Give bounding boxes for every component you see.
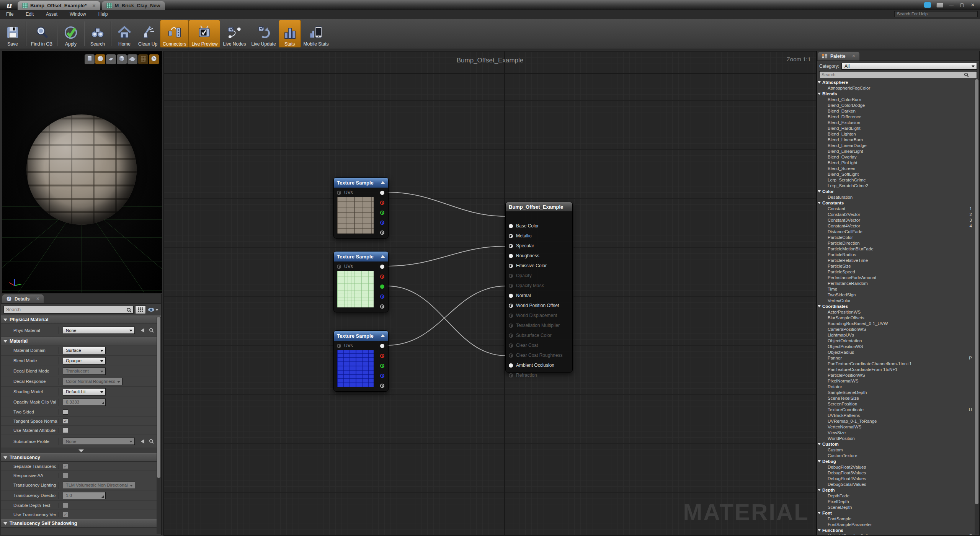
pin-icon[interactable] <box>509 224 513 228</box>
property-matrix-button[interactable] <box>135 306 146 314</box>
palette-category-functions[interactable]: Functions <box>818 527 973 533</box>
pin-icon[interactable] <box>509 254 513 258</box>
node-header[interactable]: Texture Sample <box>334 178 388 188</box>
apply-button[interactable]: Apply <box>60 20 82 47</box>
uvs-input-pin[interactable]: UVs <box>337 262 353 271</box>
output-pin-blue[interactable] <box>380 292 384 301</box>
palette-category-coordinates[interactable]: Coordinates <box>818 303 973 309</box>
minimize-button[interactable]: — <box>949 2 954 8</box>
palette-category-custom[interactable]: Custom <box>818 441 973 447</box>
home-button[interactable]: Home <box>113 20 136 47</box>
output-pin-red[interactable] <box>380 351 384 360</box>
main-material-node[interactable]: Bump_Offset_Example Base ColorMetallicSp… <box>505 202 573 373</box>
palette-item-debugscalarvalues[interactable]: DebugScalarValues <box>818 481 973 487</box>
live-preview-button[interactable]: Live Preview <box>189 20 220 47</box>
palette-item-particlespeed[interactable]: ParticleSpeed <box>818 269 973 275</box>
palette-item-distancecullfade[interactable]: DistanceCullFade <box>818 229 973 234</box>
output-pin-white[interactable] <box>380 342 384 350</box>
pin-icon[interactable] <box>380 294 384 299</box>
pin-icon[interactable] <box>509 304 513 308</box>
pin-icon[interactable] <box>509 264 513 268</box>
palette-item-constant3vector[interactable]: Constant3Vector3 <box>818 217 973 223</box>
output-pin-green[interactable] <box>380 282 384 291</box>
dropdown-phys-material[interactable]: None <box>63 327 135 334</box>
palette-item-blend_pinlight[interactable]: Blend_PinLight <box>818 160 973 165</box>
palette-category-atmosphere[interactable]: Atmosphere <box>818 79 973 85</box>
material-pin-roughness[interactable]: Roughness <box>509 252 539 260</box>
palette-item-blend_lighten[interactable]: Blend_Lighten <box>818 131 973 137</box>
palette-item-blend_hardlight[interactable]: Blend_HardLight <box>818 125 973 131</box>
palette-item-uvremap_0-1_torange[interactable]: UVRemap_0-1_ToRange <box>818 418 973 424</box>
palette-item-uvbrickpatterns[interactable]: UVBrickPatterns <box>818 412 973 418</box>
output-pin-white[interactable] <box>380 262 384 271</box>
stats-button[interactable]: Stats <box>279 20 301 47</box>
pin-icon[interactable] <box>380 230 384 235</box>
output-pin-red[interactable] <box>380 198 384 207</box>
pin-icon[interactable] <box>509 234 513 238</box>
palette-category-depth[interactable]: Depth <box>818 487 973 493</box>
output-pin-blue[interactable] <box>380 371 384 380</box>
palette-item-texturecoordinate[interactable]: TextureCoordinateU <box>818 407 973 412</box>
material-pin-world-position-offset[interactable]: World Position Offset <box>509 301 559 310</box>
find-in-cb-button[interactable]: Find in CB <box>28 20 55 47</box>
palette-item-scenedepth[interactable]: SceneDepth <box>818 504 973 510</box>
asset-tab-2[interactable]: M_Brick_Clay_New <box>102 1 165 10</box>
teapot-preview-button[interactable] <box>127 54 137 64</box>
pin-icon[interactable] <box>509 294 513 298</box>
dropdown-material-domain[interactable]: Surface <box>63 347 106 354</box>
palette-item-particlemotionblurfade[interactable]: ParticleMotionBlurFade <box>818 246 973 252</box>
material-pin-normal[interactable]: Normal <box>509 291 531 300</box>
collapse-arrow-icon[interactable] <box>381 181 385 184</box>
dropdown-shading-model[interactable]: Default Lit <box>63 388 106 395</box>
pin-icon[interactable] <box>337 191 341 195</box>
palette-item-particlesize[interactable]: ParticleSize <box>818 263 973 269</box>
menu-window[interactable]: Window <box>64 10 92 18</box>
palette-item-vertexcolor[interactable]: VertexColor <box>818 297 973 303</box>
mobile-stats-button[interactable]: Mobile Stats <box>301 20 332 47</box>
pin-icon[interactable] <box>380 374 384 378</box>
checkbox-use-material-attribute[interactable] <box>63 428 68 433</box>
pin-icon[interactable] <box>380 364 384 368</box>
use-selected-icon[interactable] <box>138 328 145 333</box>
palette-category-blends[interactable]: Blends <box>818 91 973 96</box>
node-header[interactable]: Texture Sample <box>334 252 388 261</box>
palette-item-debugfloat3values[interactable]: DebugFloat3Values <box>818 470 973 476</box>
grid-preview-button[interactable] <box>138 54 148 64</box>
palette-item-perinstancefadeamount[interactable]: PerInstanceFadeAmount <box>818 275 973 280</box>
node-header[interactable]: Texture Sample <box>334 331 388 341</box>
palette-item-custom[interactable]: Custom <box>818 447 973 453</box>
plane-preview-button[interactable] <box>106 54 116 64</box>
palette-category-debug[interactable]: Debug <box>818 458 973 464</box>
palette-item-constant2vector[interactable]: Constant2Vector2 <box>818 211 973 217</box>
preview-viewport[interactable] <box>2 51 162 293</box>
palette-item-lerp_scratchgrime2[interactable]: Lerp_ScratchGrime2 <box>818 183 973 188</box>
pin-icon[interactable] <box>380 344 384 348</box>
palette-item-particlecolor[interactable]: ParticleColor <box>818 234 973 240</box>
save-button[interactable]: Save <box>2 20 24 47</box>
pin-icon[interactable] <box>337 344 341 348</box>
advanced-expander[interactable] <box>1 448 161 453</box>
palette-item-blend_exclusion[interactable]: Blend_Exclusion <box>818 119 973 125</box>
palette-item-viewsize[interactable]: ViewSize <box>818 430 973 435</box>
collapse-arrow-icon[interactable] <box>381 334 385 337</box>
palette-search-input[interactable]: Search <box>819 71 977 78</box>
uvs-input-pin[interactable]: UVs <box>337 188 353 197</box>
material-pin-specular[interactable]: Specular <box>509 242 534 250</box>
palette-item-blend_softlight[interactable]: Blend_SoftLight <box>818 171 973 177</box>
material-pin-ambient-occlusion[interactable]: Ambient Occlusion <box>509 361 554 369</box>
output-pin-gray[interactable] <box>380 381 384 390</box>
palette-item-blend_linearburn[interactable]: Blend_LinearBurn <box>818 137 973 142</box>
palette-item-actorpositionws[interactable]: ActorPositionWS <box>818 309 973 315</box>
collapse-arrow-icon[interactable] <box>381 255 385 258</box>
palette-item-pantexturecoordinatefrom-1ton+1[interactable]: PanTextureCoordinateFrom-1toN+1 <box>818 366 973 372</box>
realtime-preview-button[interactable] <box>149 54 159 64</box>
palette-item-pixeldepth[interactable]: PixelDepth <box>818 498 973 504</box>
palette-item-particleradius[interactable]: ParticleRadius <box>818 252 973 257</box>
palette-item-blend_screen[interactable]: Blend_Screen <box>818 165 973 171</box>
palette-item-objectorientation[interactable]: ObjectOrientation <box>818 338 973 343</box>
close-icon[interactable]: ✕ <box>36 296 39 301</box>
palette-item-constant[interactable]: Constant1 <box>818 206 973 211</box>
palette-item-objectpositionws[interactable]: ObjectPositionWS <box>818 343 973 349</box>
checkbox-tangent-space-norma[interactable]: ✓ <box>63 418 68 424</box>
category-dropdown[interactable]: All <box>841 63 977 70</box>
